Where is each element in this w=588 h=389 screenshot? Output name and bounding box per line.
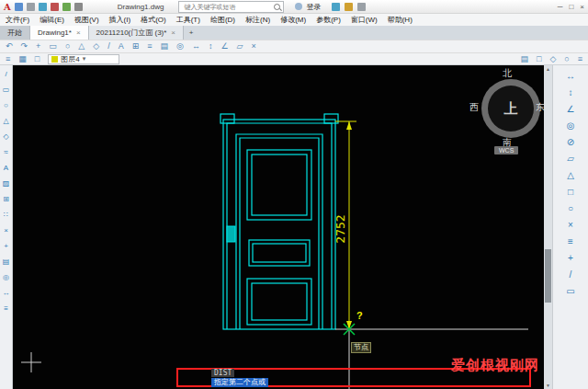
parallel-dim-icon[interactable]: ▱ xyxy=(236,40,243,52)
square-icon[interactable]: □ xyxy=(537,53,541,65)
rectangle-tool-icon[interactable]: ▭ xyxy=(49,40,57,52)
polygon-tool-icon[interactable]: △ xyxy=(78,40,85,52)
layers-tool-icon[interactable]: ≡ xyxy=(4,304,8,313)
menu-modify[interactable]: 修改(M) xyxy=(280,15,306,25)
add-dim-icon[interactable]: + xyxy=(568,253,573,263)
center-snap-icon[interactable]: ◎ xyxy=(176,40,184,52)
scrollbar-thumb[interactable] xyxy=(545,249,551,303)
circle-dim-icon[interactable]: ○ xyxy=(568,203,573,213)
compass-north-label[interactable]: 北 xyxy=(503,67,512,80)
text-tool-icon[interactable]: A xyxy=(4,164,8,172)
line-tool-icon[interactable]: / xyxy=(5,70,6,78)
leader-icon[interactable]: / xyxy=(570,269,572,280)
menu-format[interactable]: 格式(O) xyxy=(141,15,166,25)
menu-insert[interactable]: 插入(I) xyxy=(109,15,131,25)
hatch-tool-icon[interactable]: ▤ xyxy=(161,40,169,52)
undo-qat-icon[interactable] xyxy=(62,3,71,11)
help-icon[interactable] xyxy=(357,3,366,11)
circle-tool-icon[interactable]: ○ xyxy=(65,40,70,52)
diameter-dim-icon[interactable]: ⊘ xyxy=(567,137,574,147)
command-prompt[interactable]: 指定第二个点或 xyxy=(211,378,268,387)
circle-icon[interactable]: ○ xyxy=(564,53,569,65)
region-tool-icon[interactable]: ▤ xyxy=(3,257,10,266)
vertical-scrollbar[interactable]: ▲ ▼ xyxy=(544,65,552,389)
layer-color-swatch[interactable] xyxy=(51,56,58,63)
search-input[interactable] xyxy=(182,3,272,11)
layer-box-icon[interactable]: □ xyxy=(35,53,40,65)
compass-west-label[interactable]: 西 xyxy=(469,101,479,114)
tab-close-icon[interactable]: × xyxy=(171,29,175,37)
menu-draw[interactable]: 绘图(D) xyxy=(210,15,235,25)
delete-dim-icon[interactable]: × xyxy=(568,220,573,230)
rhombus-tool-icon[interactable]: ◇ xyxy=(3,132,8,141)
baseline-dim-icon[interactable]: ▭ xyxy=(566,286,574,296)
redo-qat-icon[interactable] xyxy=(74,3,83,11)
line-tool-icon[interactable]: / xyxy=(107,40,110,52)
erase-tool-icon[interactable]: × xyxy=(4,226,8,235)
scroll-up-icon[interactable]: ▲ xyxy=(544,65,552,73)
model-space-canvas[interactable]: 2752 北 西 上 东 南 WCS ? 节点 xyxy=(13,65,544,389)
cloud-icon[interactable] xyxy=(345,3,353,11)
angular-dim-icon[interactable]: ∠ xyxy=(567,104,575,114)
dim-style-icon[interactable]: ≡ xyxy=(568,236,573,246)
undo-icon[interactable]: ↶ xyxy=(6,40,13,52)
vertical-dim-icon[interactable]: ↕ xyxy=(209,40,213,52)
scroll-down-icon[interactable]: ▼ xyxy=(544,382,552,389)
tab-start[interactable]: 开始 xyxy=(0,26,30,40)
tab-drawing1[interactable]: Drawing1* × xyxy=(30,26,89,40)
donut-tool-icon[interactable]: ◎ xyxy=(3,273,9,281)
print-icon[interactable] xyxy=(51,3,59,11)
hatch-tool-icon[interactable]: ▨ xyxy=(3,179,10,188)
chevron-down-icon[interactable]: ▾ xyxy=(83,55,86,63)
close-button[interactable]: × xyxy=(580,3,584,11)
app-logo[interactable]: A xyxy=(4,0,11,14)
spline-tool-icon[interactable]: ≈ xyxy=(4,148,7,156)
layer-selector[interactable]: 图层4 ▾ xyxy=(48,54,119,64)
tab-20211210-door-elevation[interactable]: 20211210(门立面 (3)* × xyxy=(89,26,184,40)
rectangle-tool-icon[interactable]: ▭ xyxy=(3,86,10,94)
redo-icon[interactable]: ↷ xyxy=(21,40,28,52)
point-tool-icon[interactable]: ∷ xyxy=(4,211,8,219)
diamond-icon[interactable]: ◇ xyxy=(549,53,556,65)
diamond-tool-icon[interactable]: ◇ xyxy=(93,40,99,52)
command-typed-text[interactable]: DIST xyxy=(211,369,234,377)
aligned-dim-icon[interactable]: ▱ xyxy=(567,154,574,164)
circle-tool-icon[interactable]: ○ xyxy=(4,101,8,109)
table-tool-icon[interactable]: ⊞ xyxy=(132,40,140,52)
sheet-icon[interactable]: ▤ xyxy=(520,53,528,65)
plus-tool-icon[interactable]: + xyxy=(36,40,40,52)
restore-button[interactable]: □ xyxy=(569,3,573,11)
new-file-icon[interactable] xyxy=(15,3,23,11)
list-tool-icon[interactable]: ≡ xyxy=(147,40,152,52)
save-file-icon[interactable] xyxy=(39,3,47,11)
compass-up-label[interactable]: 上 xyxy=(504,100,518,118)
open-file-icon[interactable] xyxy=(27,3,35,11)
compass-east-label[interactable]: 东 xyxy=(536,101,544,114)
table-tool-icon[interactable]: ⊞ xyxy=(3,195,9,203)
triangle-tool-icon[interactable]: △ xyxy=(567,170,574,180)
square-tool-icon[interactable]: □ xyxy=(568,187,573,197)
menu-tools[interactable]: 工具(T) xyxy=(176,15,200,25)
menu-edit[interactable]: 编辑(E) xyxy=(40,15,64,25)
stretch-tool-icon[interactable]: ↔ xyxy=(3,289,10,297)
menu-icon[interactable]: ≡ xyxy=(578,53,582,65)
login-button[interactable]: 登录 xyxy=(306,2,321,12)
polygon-tool-icon[interactable]: △ xyxy=(3,117,8,125)
menu-file[interactable]: 文件(F) xyxy=(6,15,29,25)
search-box[interactable] xyxy=(178,1,284,13)
view-compass[interactable]: 北 西 上 东 南 xyxy=(463,67,544,155)
wcs-badge[interactable]: WCS xyxy=(494,146,518,154)
tab-close-icon[interactable]: × xyxy=(76,29,81,37)
menu-parametric[interactable]: 参数(P) xyxy=(316,15,341,25)
angular-dim-icon[interactable]: ∠ xyxy=(220,40,228,52)
text-tool-icon[interactable]: A xyxy=(119,40,124,52)
menu-dimension[interactable]: 标注(N) xyxy=(245,15,270,25)
menu-help[interactable]: 帮助(H) xyxy=(388,15,413,25)
minimize-button[interactable]: ─ xyxy=(558,3,563,11)
search-icon[interactable] xyxy=(274,4,280,10)
share-icon[interactable] xyxy=(332,3,340,11)
linear-dim-icon[interactable]: ↔ xyxy=(566,71,575,81)
menu-view[interactable]: 视图(V) xyxy=(74,15,99,25)
center-mark-icon[interactable]: ◎ xyxy=(567,120,575,131)
properties-icon[interactable]: ≡ xyxy=(6,53,10,65)
